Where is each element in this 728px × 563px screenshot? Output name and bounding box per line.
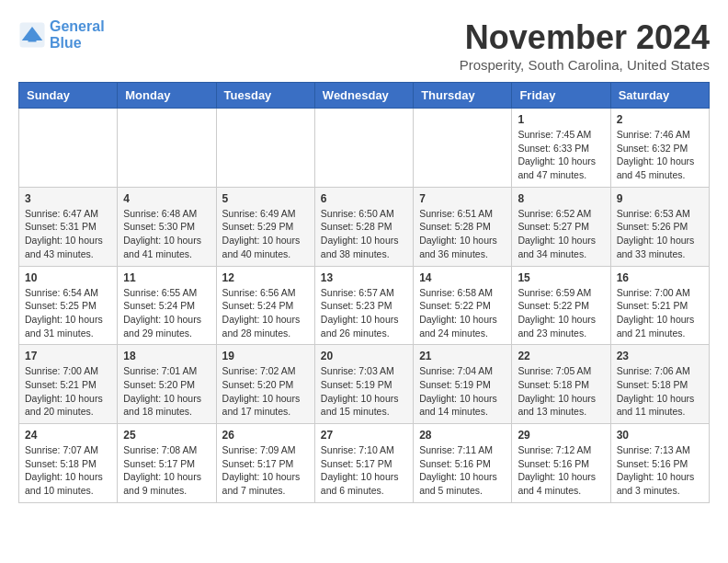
day-number: 10 xyxy=(25,271,111,284)
day-number: 20 xyxy=(321,350,407,362)
day-info: Sunrise: 6:54 AMSunset: 5:25 PMDaylight:… xyxy=(25,286,111,340)
day-info: Sunrise: 7:46 AMSunset: 6:32 PMDaylight:… xyxy=(617,128,703,182)
day-info: Sunrise: 7:02 AMSunset: 5:20 PMDaylight:… xyxy=(222,364,309,419)
day-number: 22 xyxy=(518,350,604,362)
day-number: 15 xyxy=(518,271,604,284)
day-info: Sunrise: 6:57 AMSunset: 5:23 PMDaylight:… xyxy=(321,286,407,340)
day-number: 12 xyxy=(222,271,309,284)
calendar-cell xyxy=(414,109,512,188)
calendar-cell xyxy=(118,109,216,188)
calendar-cell: 20Sunrise: 7:03 AMSunset: 5:19 PMDayligh… xyxy=(314,345,413,424)
logo-icon xyxy=(18,21,46,49)
calendar-cell: 21Sunrise: 7:04 AMSunset: 5:19 PMDayligh… xyxy=(414,345,512,424)
day-number: 18 xyxy=(123,350,210,362)
calendar-week-2: 3Sunrise: 6:47 AMSunset: 5:31 PMDaylight… xyxy=(19,187,710,266)
day-info: Sunrise: 7:00 AMSunset: 5:21 PMDaylight:… xyxy=(617,286,703,340)
day-number: 23 xyxy=(617,350,703,362)
calendar-cell: 12Sunrise: 6:56 AMSunset: 5:24 PMDayligh… xyxy=(216,266,314,345)
day-number: 11 xyxy=(123,271,210,284)
day-number: 30 xyxy=(617,429,703,442)
day-number: 25 xyxy=(123,429,210,442)
calendar-cell: 23Sunrise: 7:06 AMSunset: 5:18 PMDayligh… xyxy=(610,345,709,424)
calendar-week-5: 24Sunrise: 7:07 AMSunset: 5:18 PMDayligh… xyxy=(19,424,710,503)
day-info: Sunrise: 6:58 AMSunset: 5:22 PMDaylight:… xyxy=(419,286,506,340)
day-info: Sunrise: 7:01 AMSunset: 5:20 PMDaylight:… xyxy=(123,364,210,419)
day-number: 21 xyxy=(419,350,506,362)
title-area: November 2024 Prosperity, South Carolina… xyxy=(460,18,710,73)
day-number: 1 xyxy=(518,113,604,126)
day-header-sunday: Sunday xyxy=(19,83,118,109)
calendar-cell: 13Sunrise: 6:57 AMSunset: 5:23 PMDayligh… xyxy=(314,266,413,345)
calendar-cell: 26Sunrise: 7:09 AMSunset: 5:17 PMDayligh… xyxy=(216,424,314,503)
day-number: 17 xyxy=(25,350,111,362)
calendar-table: SundayMondayTuesdayWednesdayThursdayFrid… xyxy=(18,82,710,503)
day-number: 19 xyxy=(222,350,309,362)
day-info: Sunrise: 7:03 AMSunset: 5:19 PMDaylight:… xyxy=(321,364,407,419)
day-info: Sunrise: 7:12 AMSunset: 5:16 PMDaylight:… xyxy=(518,443,604,498)
day-number: 8 xyxy=(518,192,604,205)
calendar-cell: 10Sunrise: 6:54 AMSunset: 5:25 PMDayligh… xyxy=(19,266,118,345)
day-header-friday: Friday xyxy=(512,83,610,109)
header: General Blue November 2024 Prosperity, S… xyxy=(18,18,710,73)
day-info: Sunrise: 7:13 AMSunset: 5:16 PMDaylight:… xyxy=(617,443,703,498)
logo: General Blue xyxy=(18,18,105,51)
calendar-week-1: 1Sunrise: 7:45 AMSunset: 6:33 PMDaylight… xyxy=(19,109,710,188)
day-info: Sunrise: 6:53 AMSunset: 5:26 PMDaylight:… xyxy=(617,207,703,261)
day-header-monday: Monday xyxy=(118,83,216,109)
day-number: 2 xyxy=(617,113,703,126)
calendar-cell: 7Sunrise: 6:51 AMSunset: 5:28 PMDaylight… xyxy=(414,187,512,266)
svg-rect-2 xyxy=(28,36,37,41)
calendar-cell: 25Sunrise: 7:08 AMSunset: 5:17 PMDayligh… xyxy=(118,424,216,503)
calendar-cell: 28Sunrise: 7:11 AMSunset: 5:16 PMDayligh… xyxy=(414,424,512,503)
day-number: 24 xyxy=(25,429,111,442)
day-header-tuesday: Tuesday xyxy=(216,83,314,109)
calendar-cell: 15Sunrise: 6:59 AMSunset: 5:22 PMDayligh… xyxy=(512,266,610,345)
day-number: 27 xyxy=(321,429,407,442)
calendar-cell: 3Sunrise: 6:47 AMSunset: 5:31 PMDaylight… xyxy=(19,187,118,266)
calendar-cell xyxy=(216,109,314,188)
calendar-cell: 29Sunrise: 7:12 AMSunset: 5:16 PMDayligh… xyxy=(512,424,610,503)
calendar-cell: 8Sunrise: 6:52 AMSunset: 5:27 PMDaylight… xyxy=(512,187,610,266)
day-number: 26 xyxy=(222,429,309,442)
day-info: Sunrise: 7:09 AMSunset: 5:17 PMDaylight:… xyxy=(222,443,309,498)
calendar-week-3: 10Sunrise: 6:54 AMSunset: 5:25 PMDayligh… xyxy=(19,266,710,345)
calendar-cell: 22Sunrise: 7:05 AMSunset: 5:18 PMDayligh… xyxy=(512,345,610,424)
calendar-cell: 19Sunrise: 7:02 AMSunset: 5:20 PMDayligh… xyxy=(216,345,314,424)
day-info: Sunrise: 7:04 AMSunset: 5:19 PMDaylight:… xyxy=(419,364,506,419)
day-info: Sunrise: 6:48 AMSunset: 5:30 PMDaylight:… xyxy=(123,207,210,261)
day-info: Sunrise: 7:11 AMSunset: 5:16 PMDaylight:… xyxy=(419,443,506,498)
day-number: 7 xyxy=(419,192,506,205)
calendar-cell: 9Sunrise: 6:53 AMSunset: 5:26 PMDaylight… xyxy=(610,187,709,266)
calendar-cell: 2Sunrise: 7:46 AMSunset: 6:32 PMDaylight… xyxy=(610,109,709,188)
day-info: Sunrise: 6:49 AMSunset: 5:29 PMDaylight:… xyxy=(222,207,309,261)
day-info: Sunrise: 6:51 AMSunset: 5:28 PMDaylight:… xyxy=(419,207,506,261)
day-info: Sunrise: 7:05 AMSunset: 5:18 PMDaylight:… xyxy=(518,364,604,419)
calendar-cell xyxy=(314,109,413,188)
day-number: 9 xyxy=(617,192,703,205)
day-header-saturday: Saturday xyxy=(610,83,709,109)
calendar-cell: 24Sunrise: 7:07 AMSunset: 5:18 PMDayligh… xyxy=(19,424,118,503)
calendar-cell: 11Sunrise: 6:55 AMSunset: 5:24 PMDayligh… xyxy=(118,266,216,345)
calendar-cell: 16Sunrise: 7:00 AMSunset: 5:21 PMDayligh… xyxy=(610,266,709,345)
day-number: 13 xyxy=(321,271,407,284)
calendar-cell: 14Sunrise: 6:58 AMSunset: 5:22 PMDayligh… xyxy=(414,266,512,345)
day-info: Sunrise: 7:08 AMSunset: 5:17 PMDaylight:… xyxy=(123,443,210,498)
day-number: 3 xyxy=(25,192,111,205)
day-info: Sunrise: 7:07 AMSunset: 5:18 PMDaylight:… xyxy=(25,443,111,498)
logo-line1: General xyxy=(50,18,105,35)
day-header-thursday: Thursday xyxy=(414,83,512,109)
day-info: Sunrise: 6:56 AMSunset: 5:24 PMDaylight:… xyxy=(222,286,309,340)
calendar-cell: 5Sunrise: 6:49 AMSunset: 5:29 PMDaylight… xyxy=(216,187,314,266)
day-number: 14 xyxy=(419,271,506,284)
day-number: 4 xyxy=(123,192,210,205)
day-info: Sunrise: 6:55 AMSunset: 5:24 PMDaylight:… xyxy=(123,286,210,340)
calendar-cell: 17Sunrise: 7:00 AMSunset: 5:21 PMDayligh… xyxy=(19,345,118,424)
calendar-cell: 30Sunrise: 7:13 AMSunset: 5:16 PMDayligh… xyxy=(610,424,709,503)
day-number: 16 xyxy=(617,271,703,284)
calendar-cell: 6Sunrise: 6:50 AMSunset: 5:28 PMDaylight… xyxy=(314,187,413,266)
day-info: Sunrise: 6:52 AMSunset: 5:27 PMDaylight:… xyxy=(518,207,604,261)
day-header-wednesday: Wednesday xyxy=(314,83,413,109)
day-info: Sunrise: 6:59 AMSunset: 5:22 PMDaylight:… xyxy=(518,286,604,340)
location: Prosperity, South Carolina, United State… xyxy=(460,57,710,73)
day-info: Sunrise: 6:50 AMSunset: 5:28 PMDaylight:… xyxy=(321,207,407,261)
